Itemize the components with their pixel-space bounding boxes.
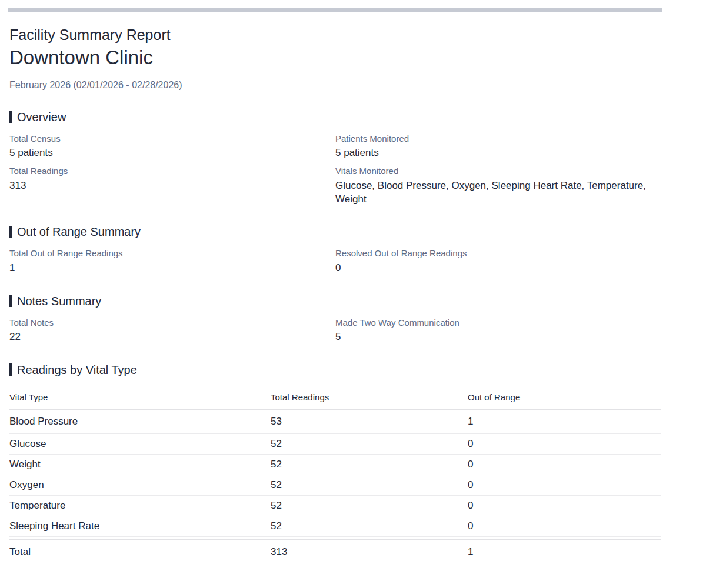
field-label: Patients Monitored [335,133,661,145]
section-accent-bar [9,111,12,123]
table-row: Blood Pressure 53 1 [9,410,661,434]
cell-out-of-range: 0 [468,438,661,450]
field-total-readings: Total Readings 313 [9,166,335,206]
section-overview: Overview Total Census 5 patients Patient… [8,110,662,206]
field-vitals-monitored: Vitals Monitored Glucose, Blood Pressure… [335,166,661,206]
cell-out-of-range: 0 [468,459,661,470]
table-row: Oxygen 52 0 [9,475,661,496]
section-title-text: Overview [17,110,66,124]
section-out-of-range-summary: Out of Range Summary Total Out of Range … [8,225,662,275]
top-accent-bar [8,8,662,12]
cell-total-readings: 52 [271,500,468,512]
readings-table: Vital Type Total Readings Out of Range B… [9,392,661,564]
field-two-way-communication: Made Two Way Communication 5 [335,318,661,344]
field-label: Vitals Monitored [335,166,661,177]
field-label: Resolved Out of Range Readings [335,248,661,259]
field-label: Total Readings [9,166,335,177]
report-date-range: February 2026 (02/01/2026 - 02/28/2026) [9,79,662,91]
field-value: 1 [9,261,335,275]
field-label: Made Two Way Communication [335,318,661,329]
cell-total-readings: 52 [271,459,468,470]
field-value: 0 [335,261,661,275]
section-accent-bar [9,363,12,376]
readings-table-body: Blood Pressure 53 1 Glucose 52 0 Weight … [9,410,661,537]
notes-fields: Total Notes 22 Made Two Way Communicatio… [9,318,662,344]
table-row: Sleeping Heart Rate 52 0 [9,516,661,537]
section-title-text: Notes Summary [17,294,101,308]
field-value: Glucose, Blood Pressure, Oxygen, Sleepin… [335,179,661,206]
section-notes-summary: Notes Summary Total Notes 22 Made Two Wa… [8,294,662,344]
section-readings-by-vital-type: Readings by Vital Type Vital Type Total … [8,363,662,564]
report-header: Facility Summary Report Downtown Clinic … [8,26,662,91]
section-title-text: Readings by Vital Type [17,363,137,377]
table-total-row: Total 313 1 [9,540,661,564]
field-label: Total Out of Range Readings [9,248,335,259]
cell-vital-type: Glucose [9,438,271,450]
field-value: 5 patients [335,146,661,159]
section-accent-bar [9,295,12,307]
cell-vital-type: Blood Pressure [9,416,271,427]
field-value: 5 patients [9,146,335,159]
cell-total-readings: 53 [271,416,468,427]
field-value: 313 [9,179,335,192]
cell-total-readings: 52 [271,520,468,532]
column-header-out-of-range: Out of Range [468,392,661,402]
cell-vital-type: Oxygen [9,479,271,491]
readings-table-header: Vital Type Total Readings Out of Range [9,392,661,410]
facility-name: Downtown Clinic [9,46,662,69]
table-row: Temperature 52 0 [9,496,661,516]
cell-vital-type: Temperature [9,500,271,512]
column-header-vital-type: Vital Type [9,392,271,402]
cell-vital-type: Total [9,546,271,558]
section-overview-title: Overview [9,110,662,124]
cell-vital-type: Weight [9,459,271,470]
cell-out-of-range: 0 [468,500,661,512]
cell-out-of-range: 1 [468,416,661,427]
facility-summary-report-page: Facility Summary Report Downtown Clinic … [8,0,662,564]
field-total-notes: Total Notes 22 [9,318,335,344]
cell-out-of-range: 0 [468,479,661,491]
field-total-census: Total Census 5 patients [9,133,335,160]
column-header-total-readings: Total Readings [271,392,468,402]
field-label: Total Census [9,133,335,145]
overview-fields: Total Census 5 patients Patients Monitor… [9,133,662,206]
cell-total-readings: 313 [271,546,468,558]
section-accent-bar [9,226,12,238]
out-of-range-fields: Total Out of Range Readings 1 Resolved O… [9,248,662,275]
section-out-of-range-title: Out of Range Summary [9,225,662,239]
table-row: Weight 52 0 [9,455,661,475]
section-notes-title: Notes Summary [9,294,662,308]
field-total-out-of-range: Total Out of Range Readings 1 [9,248,335,275]
cell-total-readings: 52 [271,438,468,450]
field-value: 22 [9,330,335,343]
field-value: 5 [335,330,661,343]
cell-out-of-range: 0 [468,520,661,532]
cell-vital-type: Sleeping Heart Rate [9,520,271,532]
section-readings-title: Readings by Vital Type [9,363,662,377]
table-row: Glucose 52 0 [9,434,661,455]
cell-total-readings: 52 [271,479,468,491]
report-title: Facility Summary Report [9,26,662,44]
field-resolved-out-of-range: Resolved Out of Range Readings 0 [335,248,661,275]
field-patients-monitored: Patients Monitored 5 patients [335,133,661,160]
section-title-text: Out of Range Summary [17,225,141,239]
field-label: Total Notes [9,318,335,329]
cell-out-of-range: 1 [468,546,661,558]
